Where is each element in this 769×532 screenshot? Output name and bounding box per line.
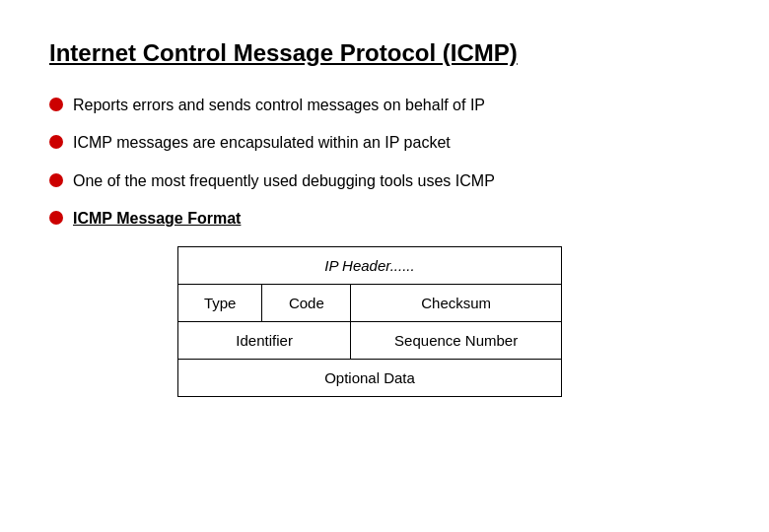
- table-row-ip-header: IP Header......: [178, 246, 562, 284]
- table-row-3: Optional Data: [178, 359, 562, 396]
- list-item-4: ICMP Message Format: [49, 208, 720, 230]
- list-item-1: Reports errors and sends control message…: [49, 95, 720, 116]
- bullet-dot-1: [49, 98, 63, 111]
- cell-type: Type: [178, 284, 262, 321]
- ip-header-cell: IP Header......: [178, 246, 562, 284]
- list-item-3: One of the most frequently used debuggin…: [49, 170, 720, 192]
- page: Internet Control Message Protocol (ICMP)…: [0, 0, 769, 532]
- cell-code: Code: [262, 284, 351, 321]
- table-row-2: Identifier Sequence Number: [178, 321, 562, 359]
- bullet-text-1: Reports errors and sends control message…: [73, 95, 485, 116]
- list-item-2: ICMP messages are encapsulated within an…: [49, 132, 720, 154]
- bullet-dot-4: [49, 211, 63, 225]
- page-title: Internet Control Message Protocol (ICMP): [49, 39, 720, 67]
- icmp-table-wrapper: IP Header...... Type Code Checksum Ident…: [177, 246, 720, 397]
- table-row-1: Type Code Checksum: [178, 284, 562, 321]
- bullet-dot-3: [49, 173, 63, 187]
- cell-identifier: Identifier: [178, 321, 351, 359]
- cell-checksum: Checksum: [351, 284, 562, 321]
- cell-optional-data: Optional Data: [178, 359, 562, 396]
- bullet-list: Reports errors and sends control message…: [49, 95, 720, 231]
- cell-sequence: Sequence Number: [351, 321, 562, 359]
- bullet-dot-2: [49, 135, 63, 149]
- bullet-text-2: ICMP messages are encapsulated within an…: [73, 132, 451, 154]
- bullet-text-3: One of the most frequently used debuggin…: [73, 170, 495, 192]
- bullet-text-4: ICMP Message Format: [73, 208, 241, 230]
- icmp-table: IP Header...... Type Code Checksum Ident…: [177, 246, 562, 397]
